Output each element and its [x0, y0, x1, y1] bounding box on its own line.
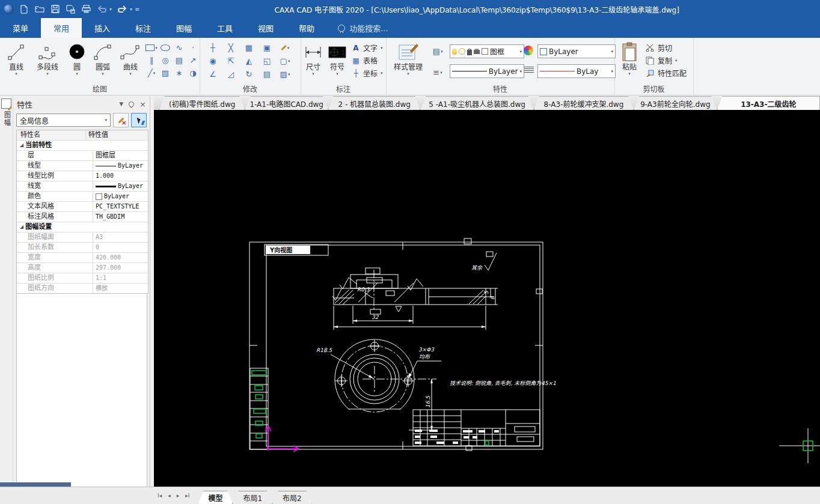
circle-tool-button[interactable]: 圆 ▾ [65, 41, 89, 76]
polyline-tool-button[interactable]: 多段线 ▾ [30, 41, 65, 76]
rectangle-icon[interactable]: ▾ [144, 41, 159, 54]
redo-icon[interactable] [117, 4, 127, 14]
menu-tab-help[interactable]: 帮助 [286, 18, 327, 38]
menu-tab-insert[interactable]: 插入 [82, 18, 123, 38]
layer-settings-icon[interactable]: ▤▾ [429, 45, 446, 58]
point-icon[interactable]: · [186, 41, 200, 54]
layer-dropdown[interactable]: 图框 ▾ [450, 44, 524, 58]
view-label[interactable]: Y向视图 [265, 244, 328, 255]
menu-tab-annotate[interactable]: 标注 [123, 18, 164, 38]
group-sheet-settings[interactable]: ◢图幅设置 [17, 222, 148, 232]
menu-tab-sheet[interactable]: 图幅 [164, 18, 204, 38]
prop-row-sheetsize[interactable]: 图纸幅面A3 [17, 232, 148, 243]
polyline-dropdown-icon[interactable]: ▾ [46, 71, 49, 76]
style-manager-button[interactable]: 样式管理 ▾ [390, 41, 427, 76]
explode-icon[interactable]: ▤ [260, 68, 274, 80]
group-current-properties[interactable]: ◢当前特性 [17, 141, 148, 151]
ellipse-icon[interactable] [158, 41, 173, 54]
paste-dropdown-icon[interactable]: ▾ [628, 71, 631, 76]
panel-menu-icon[interactable]: ▼ [119, 101, 123, 107]
doc-tab-2[interactable]: 1-A1-电路图CAD.dwg [245, 96, 328, 110]
undo-icon[interactable] [97, 4, 107, 14]
doc-tab-6[interactable]: 9-A3前轮全向轮.dwg [634, 96, 717, 110]
center-hole-icon[interactable]: ◎ [158, 54, 173, 67]
menu-tab-home[interactable]: 常用 [41, 18, 82, 38]
circle-dropdown-icon[interactable]: ▾ [76, 71, 78, 76]
contour-icon[interactable]: ∿ [172, 41, 186, 54]
print-icon[interactable] [81, 4, 91, 14]
paste-button[interactable]: 粘贴 ▾ [617, 41, 642, 76]
next-sheet-icon[interactable]: ▸ [177, 493, 180, 499]
menu-tab-tools[interactable]: 工具 [204, 18, 245, 38]
parallel-line-icon[interactable]: ∥ [144, 54, 159, 67]
doc-tab-7-active[interactable]: 13-A3-二级齿轮 [717, 96, 820, 110]
prop-row-extend[interactable]: 加长系数0 [17, 243, 148, 253]
tab-model[interactable]: 模型 [198, 491, 233, 504]
lineweight-icon[interactable] [524, 67, 534, 74]
array-icon[interactable]: ▦ [242, 41, 256, 54]
hatch-edit-icon[interactable]: ▨▾ [278, 68, 292, 80]
prop-row-layer[interactable]: 层图框层 [17, 151, 148, 161]
mirror-icon[interactable]: ◭ [242, 55, 256, 67]
first-sheet-icon[interactable]: Ⅰ◂ [158, 493, 162, 499]
tab-layout1[interactable]: 布局1 [233, 491, 272, 504]
doc-tab-3[interactable]: 2 - 机器鼠总装图.dwg [328, 96, 420, 110]
region-icon[interactable]: ◑ [186, 67, 200, 79]
scale-icon[interactable]: ◱ [260, 55, 274, 67]
menu-tab-view[interactable]: 视图 [245, 18, 286, 38]
dimension-tool-button[interactable]: 尺寸 ▾ [302, 41, 325, 76]
prop-row-height[interactable]: 高度297.000 [17, 263, 148, 273]
cut-button[interactable]: 剪切 [646, 41, 687, 54]
prop-row-linetype[interactable]: 线型ByLayer [17, 161, 148, 171]
break-icon[interactable]: ╳ [224, 41, 238, 54]
spline-dropdown-icon[interactable]: ▾ [129, 71, 132, 76]
linetype-dropdown[interactable]: ByLayer ▾ [450, 64, 524, 78]
extend-icon[interactable]: ⇱ [224, 55, 238, 67]
rect-select-icon[interactable]: ▢▾ [278, 55, 292, 67]
last-sheet-icon[interactable]: ▸Ⅰ [185, 493, 189, 499]
scope-dropdown[interactable]: 全局信息 ▾ [16, 114, 111, 127]
symbol-tool-button[interactable]: .1 符号 ▾ [326, 41, 349, 76]
prop-row-dimstyle[interactable]: 标注风格TH_GBDIM [17, 212, 148, 222]
open-file-icon[interactable] [34, 4, 44, 14]
doc-tab-4[interactable]: 5 -A1-吸尘机器人总装图.dwg [420, 96, 533, 110]
lineweight-dropdown[interactable]: ByLay ▾ [537, 64, 616, 78]
redo-dropdown-icon[interactable]: ▾ [130, 7, 132, 12]
rotate-icon[interactable]: ↻ [242, 68, 256, 80]
spline-tool-button[interactable]: 曲线 ▾ [117, 41, 144, 76]
prop-row-scale[interactable]: 图纸比例1:1 [17, 273, 148, 284]
symbol-dropdown-icon[interactable]: ▾ [336, 71, 338, 76]
line-tool-button[interactable]: 直线 ▾ [2, 41, 30, 76]
linetype-settings-icon[interactable]: ≡▾ [429, 66, 446, 79]
prop-row-orientation[interactable]: 图纸方向横放 [17, 284, 148, 293]
match-properties-button[interactable]: 特性匹配 [646, 67, 687, 79]
undo-dropdown-icon[interactable]: ▾ [109, 7, 112, 12]
doc-tab-5[interactable]: 8-A3-前轮缓冲支架.dwg [534, 96, 634, 110]
prop-row-color[interactable]: 颜色ByLayer [17, 192, 148, 202]
move-icon[interactable]: ┼ [206, 41, 220, 54]
copy-button[interactable]: 复制▾ [646, 54, 687, 67]
dock-tab-sheet[interactable]: 图幅 [2, 111, 11, 127]
pin-icon[interactable] [127, 100, 135, 108]
properties-panel-icon[interactable] [1, 99, 11, 109]
prop-row-textstyle[interactable]: 文本风格PC_TEXTSTYLE [17, 202, 148, 212]
tab-layout2[interactable]: 布局2 [272, 491, 312, 504]
pick-object-button[interactable] [131, 113, 147, 127]
prop-row-lineweight[interactable]: 线宽ByLayer [17, 181, 148, 192]
text-tool-button[interactable]: A文字▾ [351, 41, 383, 54]
dimension-dropdown-icon[interactable]: ▾ [312, 71, 314, 76]
table-tool-button[interactable]: ▦表格 [351, 54, 383, 67]
offset-copy-icon[interactable]: ◉ [206, 55, 220, 67]
chamfer-icon[interactable]: ∠ [206, 68, 220, 80]
prop-row-width[interactable]: 宽度420.000 [17, 253, 148, 263]
fillet-icon[interactable]: ◿ [224, 68, 238, 80]
save-as-icon[interactable] [66, 4, 76, 14]
arrow-icon[interactable]: ↗ [186, 54, 200, 67]
clip-icon[interactable]: ▣ [260, 41, 274, 54]
color-dropdown[interactable]: ByLayer ▾ [537, 44, 616, 58]
new-file-icon[interactable] [19, 4, 29, 14]
doc-tab-1[interactable]: (初稿)零件图纸.dwg [159, 96, 245, 110]
hatch-icon[interactable]: ▨ [158, 67, 173, 79]
drawing-canvas[interactable]: Y向视图 [154, 110, 820, 487]
color-wheel-icon[interactable] [524, 46, 533, 55]
